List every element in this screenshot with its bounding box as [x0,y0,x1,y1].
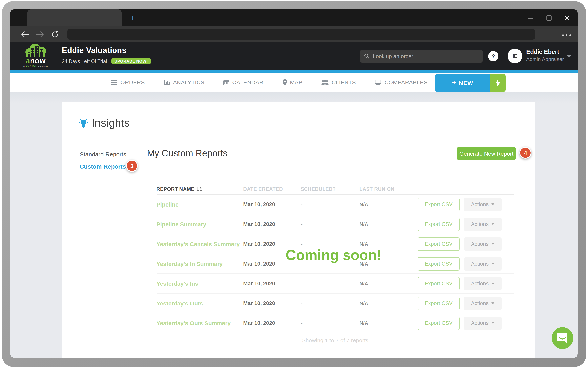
table-footer-summary: Showing 1 to 7 of 7 reports [156,337,514,343]
insights-card: Insights Standard Reports Custom Reports… [62,102,535,358]
browser-window: + [10,9,578,358]
report-name-link[interactable]: Yesterday's Outs Summary [156,320,243,326]
actions-button[interactable]: Actions [464,257,502,270]
search-icon [364,53,370,59]
caret-down-icon [491,283,494,285]
anow-cloud-icon [25,44,47,56]
caret-down-icon [491,203,494,205]
nav-tab-map[interactable]: MAP [282,79,302,85]
minimize-icon [528,15,533,20]
column-header-report-name[interactable]: REPORT NAME [156,186,243,192]
actions-button[interactable]: Actions [464,237,502,251]
minimize-button[interactable] [521,9,540,26]
search-input[interactable] [373,53,472,59]
report-name-link[interactable]: Yesterday's Cancels Summary [156,241,243,247]
overflow-menu-button[interactable] [562,31,571,38]
column-header-scheduled[interactable]: SCHEDULED? [301,186,359,192]
generate-new-report-button[interactable]: Generate New Report [457,147,516,160]
company-block: Eddie Valuations 24 Days Left Of Trial U… [62,46,151,64]
upgrade-now-button[interactable]: UPGRADE NOW! [111,58,151,64]
annotation-marker-3: 3 [126,160,138,172]
nav-tab-comparables[interactable]: COMPARABLES [375,79,428,85]
url-bar[interactable] [67,29,535,40]
actions-button[interactable]: Actions [464,277,502,290]
screenshot-stage: + [0,0,588,368]
lightning-icon [495,79,501,87]
column-header-date-created[interactable]: DATE CREATED [243,186,301,192]
app-header: anow a VOXTUR company Eddie Valuations 2… [10,42,578,70]
maximize-button[interactable] [540,9,558,26]
report-name-link[interactable]: Pipeline Summary [156,221,243,227]
accent-bar [10,70,578,73]
lightbulb-icon [79,118,88,129]
sort-icon [196,187,202,191]
user-menu-caret-icon[interactable] [567,55,571,58]
map-pin-icon [282,79,287,85]
export-csv-button[interactable]: Export CSV [418,316,460,330]
annotation-marker-4: 4 [520,147,531,159]
export-csv-button[interactable]: Export CSV [418,277,460,290]
export-csv-button[interactable]: Export CSV [418,237,460,251]
actions-button[interactable]: Actions [464,316,502,330]
comparables-icon [375,80,382,85]
nav-tab-orders[interactable]: ORDERS [111,79,145,85]
section-title: My Custom Reports [147,148,227,159]
nav-tab-clients[interactable]: CLIENTS [321,79,356,85]
user-name: Eddie Ebert [526,48,564,55]
table-row: Yesterday's Outs Summary Mar 10, 2020 - … [156,313,514,333]
new-tab-button[interactable]: + [128,13,138,23]
report-name-link[interactable]: Yesterday's Ins [156,280,243,287]
voxtur-tagline: a VOXTUR company [23,64,48,67]
table-row: Yesterday's Outs Mar 10, 2020 - N/A Expo… [156,294,514,313]
anow-logo[interactable]: anow a VOXTUR company [23,44,48,69]
export-csv-button[interactable]: Export CSV [418,198,460,211]
caret-down-icon [491,322,494,324]
forward-button[interactable] [34,28,46,40]
calendar-icon [223,79,229,85]
close-icon [564,15,569,20]
user-role: Admin Appraiser [526,56,564,62]
caret-down-icon [491,302,494,304]
sidebar-item-standard-reports[interactable]: Standard Reports [80,151,126,157]
order-search[interactable] [360,50,482,63]
refresh-button[interactable] [49,28,61,40]
sidebar-item-custom-reports[interactable]: Custom Reports [80,163,126,170]
nav-tab-analytics[interactable]: ANALYTICS [164,79,204,85]
browser-tab[interactable] [27,9,122,26]
main-nav: ORDERS ANALYTICS [10,73,578,92]
company-name: Eddie Valuations [62,46,151,55]
window-controls [521,9,576,26]
refresh-icon [51,31,59,38]
ellipsis-icon [562,34,571,37]
report-name-link[interactable]: Yesterday's Outs [156,300,243,306]
maximize-icon [546,15,551,20]
actions-button[interactable]: Actions [464,217,502,231]
page-background: Insights Standard Reports Custom Reports… [10,92,578,358]
report-name-link[interactable]: Pipeline [156,201,243,208]
chat-launcher-button[interactable] [551,327,573,349]
export-csv-button[interactable]: Export CSV [418,257,460,270]
back-button[interactable] [19,28,31,40]
close-button[interactable] [558,9,576,26]
user-menu[interactable]: Eddie Ebert Admin Appraiser [526,48,564,62]
caret-down-icon [491,223,494,225]
export-csv-button[interactable]: Export CSV [418,297,460,310]
caret-down-icon [491,263,494,265]
actions-button[interactable]: Actions [464,297,502,310]
nav-tab-calendar[interactable]: CALENDAR [223,79,263,85]
table-header-row: REPORT NAME DATE CREATED SCHEDULED? LAST… [156,184,514,195]
anow-wordmark: anow [23,58,48,64]
avatar[interactable]: IE [508,49,522,63]
new-order-button[interactable]: + NEW [435,74,490,92]
report-name-link[interactable]: Yesterday's In Summary [156,261,243,267]
browser-tabstrip: + [10,9,578,26]
actions-button[interactable]: Actions [464,198,502,211]
coming-soon-overlay: Coming soon! [286,247,382,264]
forward-icon [36,31,44,37]
export-csv-button[interactable]: Export CSV [418,217,460,231]
quick-actions-button[interactable] [490,74,506,92]
page-title: Insights [92,117,130,129]
column-header-last-run-on[interactable]: LAST RUN ON [359,186,418,192]
help-button[interactable]: ? [488,51,499,61]
orders-icon [111,80,118,85]
